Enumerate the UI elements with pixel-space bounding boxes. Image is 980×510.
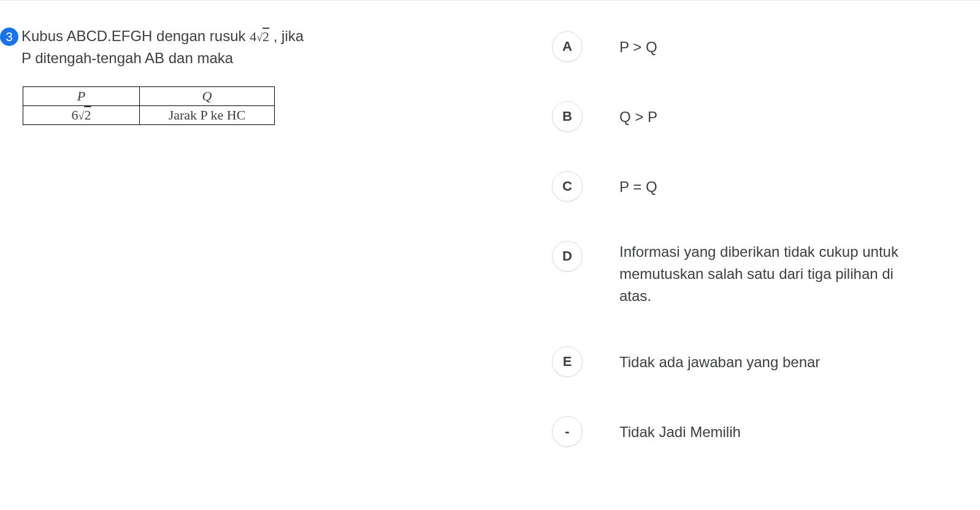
option-a: A P > Q xyxy=(552,31,914,62)
option-b-button[interactable]: B xyxy=(552,101,583,132)
question-text-part1: Kubus ABCD.EFGH dengan rusuk xyxy=(21,28,250,44)
option-c-text: P = Q xyxy=(619,171,657,198)
option-a-button[interactable]: A xyxy=(552,31,583,62)
options-column: A P > Q B Q > P C P = Q D Informasi yang… xyxy=(417,25,914,486)
question-math-expression: 4√2 xyxy=(250,29,269,44)
table-value-p: 6√2 xyxy=(23,106,140,125)
option-a-text: P > Q xyxy=(619,31,657,58)
question-column: 3 Kubus ABCD.EFGH dengan rusuk 4√2 , jik… xyxy=(0,25,417,486)
option-clear: - Tidak Jadi Memilih xyxy=(552,416,914,447)
option-e-text: Tidak ada jawaban yang benar xyxy=(619,346,820,373)
table-header-p: P xyxy=(23,87,140,106)
option-b-text: Q > P xyxy=(619,101,657,128)
table-value-q: Jarak P ke HC xyxy=(140,106,275,125)
option-c: C P = Q xyxy=(552,171,914,202)
question-text-part2: , jika xyxy=(269,28,304,44)
question-number-badge: 3 xyxy=(0,28,18,46)
option-d-text: Informasi yang diberikan tidak cukup unt… xyxy=(619,241,914,307)
option-c-button[interactable]: C xyxy=(552,171,583,202)
option-d-button[interactable]: D xyxy=(552,241,583,272)
option-clear-text: Tidak Jadi Memilih xyxy=(619,416,741,443)
option-e: E Tidak ada jawaban yang benar xyxy=(552,346,914,377)
question-text-line2: P ditengah-tengah AB dan maka xyxy=(21,50,233,66)
question-text: Kubus ABCD.EFGH dengan rusuk 4√2 , jika … xyxy=(21,25,417,69)
option-d: D Informasi yang diberikan tidak cukup u… xyxy=(552,241,914,307)
option-clear-button[interactable]: - xyxy=(552,416,583,447)
option-e-button[interactable]: E xyxy=(552,346,583,377)
comparison-table: P Q 6√2 Jarak P ke HC xyxy=(23,86,275,125)
table-header-q: Q xyxy=(140,87,275,106)
option-b: B Q > P xyxy=(552,101,914,132)
